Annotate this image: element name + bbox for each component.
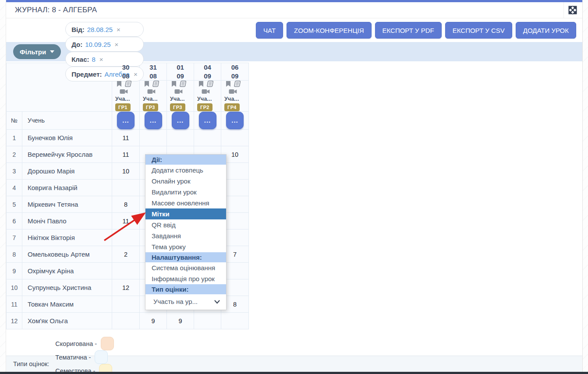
- group-badge: ГР3: [170, 103, 185, 111]
- grade-cell[interactable]: [221, 313, 249, 329]
- column-menu-button[interactable]: ...: [172, 112, 189, 129]
- grade-cell[interactable]: 8: [112, 196, 140, 213]
- grade-cell[interactable]: 10: [112, 163, 140, 180]
- grade-cell[interactable]: [221, 130, 249, 146]
- lesson-icons[interactable]: [116, 81, 132, 87]
- zoom-conference-button[interactable]: ZOOM-КОНФЕРЕНЦІЯ: [287, 22, 371, 39]
- student-number: 11: [7, 296, 22, 313]
- date-day: 31: [140, 63, 166, 72]
- menu-item[interactable]: Тема уроку: [145, 241, 226, 252]
- chevron-down-icon: [214, 300, 220, 304]
- date-column-header: 0409: [194, 63, 221, 81]
- legend-title: Типи оцінок:: [13, 360, 49, 367]
- video-lesson-icon[interactable]: [120, 88, 128, 95]
- grade-cell[interactable]: [112, 296, 140, 313]
- add-lesson-button[interactable]: ДОДАТИ УРОК: [516, 22, 576, 39]
- column-menu-button[interactable]: ...: [226, 112, 244, 129]
- expand-arrows-icon[interactable]: [567, 5, 578, 16]
- export-csv-button[interactable]: ЕКСПОРТ У CSV: [445, 22, 512, 39]
- menu-item[interactable]: Інформація про урок: [145, 273, 226, 284]
- chevron-down-icon: [214, 298, 220, 305]
- grade-cell[interactable]: [112, 229, 140, 246]
- menu-item[interactable]: Масове оновлення: [145, 198, 226, 208]
- date-column-header: 3108: [140, 63, 167, 81]
- grade-cell[interactable]: 11: [112, 213, 140, 229]
- lesson-icons[interactable]: [225, 81, 241, 87]
- column-menu-button[interactable]: ...: [117, 112, 135, 129]
- menu-item[interactable]: QR ввід: [145, 219, 226, 230]
- menu-item[interactable]: Система оцінювання: [145, 262, 226, 273]
- grade-type-select[interactable]: Участь на ур...: [145, 294, 226, 309]
- menu-item[interactable]: Додати стовпець: [145, 165, 226, 176]
- date-month: 08: [140, 72, 166, 81]
- export-pdf-button[interactable]: ЕКСПОРТ У PDF: [375, 22, 442, 39]
- student-number: 6: [7, 213, 22, 229]
- column-menu-cell: ...: [167, 112, 194, 130]
- remove-filter-icon[interactable]: ×: [134, 71, 138, 78]
- grade-cell[interactable]: 9: [167, 313, 194, 329]
- column-menu-button[interactable]: ...: [199, 112, 216, 129]
- page-title: ЖУРНАЛ: 8 - АЛГЕБРА: [15, 6, 97, 14]
- column-menu-button[interactable]: ...: [145, 112, 162, 129]
- grade-cell[interactable]: [112, 180, 140, 196]
- filter-value: 28.08.25: [87, 26, 113, 33]
- column-menu-cell: ...: [221, 112, 249, 130]
- grade-cell[interactable]: 9: [140, 313, 167, 329]
- filter-pill-from[interactable]: Від:28.08.25×: [65, 22, 144, 37]
- video-lesson-icon[interactable]: [147, 88, 156, 95]
- window-bottom-edge: [0, 372, 588, 374]
- grade-cell[interactable]: [194, 130, 221, 146]
- lesson-type-label: Уча...: [197, 96, 212, 102]
- bookmark-icon: [225, 81, 231, 87]
- student-number: 3: [7, 163, 22, 180]
- grade-cell[interactable]: [140, 130, 167, 146]
- remove-filter-icon[interactable]: ×: [99, 56, 103, 63]
- menu-item[interactable]: Завдання: [145, 230, 226, 241]
- video-camera-icon: [174, 88, 183, 95]
- grade-cell[interactable]: 11: [112, 130, 140, 146]
- video-lesson-icon[interactable]: [202, 88, 210, 95]
- titlebar: ЖУРНАЛ: 8 - АЛГЕБРА: [6, 2, 582, 18]
- video-lesson-icon[interactable]: [229, 88, 237, 95]
- student-name: Міркевич Тетяна: [22, 196, 112, 213]
- book-icon: [124, 81, 132, 87]
- remove-filter-icon[interactable]: ×: [117, 26, 120, 33]
- grade-cell[interactable]: 11: [112, 146, 140, 163]
- student-number: 7: [7, 229, 22, 246]
- filter-value: 8: [92, 56, 96, 63]
- grade-types-legend: Типи оцінок: Скоригована -Тематична -Сем…: [6, 356, 582, 372]
- grade-cell[interactable]: [194, 313, 221, 329]
- legend-color-swatch: [95, 350, 108, 364]
- remove-filter-icon[interactable]: ×: [115, 41, 119, 48]
- chat-button[interactable]: ЧАТ: [256, 22, 283, 39]
- legend-label: Тематична -: [55, 354, 91, 361]
- grade-cell[interactable]: [112, 263, 140, 279]
- grade-cell[interactable]: [167, 130, 194, 146]
- group-badge: ГР4: [224, 103, 240, 111]
- menu-item[interactable]: Онлайн урок: [145, 176, 226, 187]
- legend-label: Скоригована -: [55, 340, 97, 347]
- group-badge: ГР1: [115, 103, 131, 111]
- lesson-icons[interactable]: [144, 81, 159, 87]
- filter-pill-class[interactable]: Клас:8×: [65, 52, 144, 67]
- bookmark-icon: [144, 81, 150, 87]
- student-name: Нікітюк Вікторія: [22, 229, 112, 246]
- menu-item[interactable]: Видалити урок: [145, 187, 226, 198]
- grade-cell[interactable]: [112, 313, 140, 329]
- filters-toggle-button[interactable]: Фільтри: [13, 44, 61, 59]
- lesson-icons[interactable]: [171, 81, 187, 87]
- student-header: Учень: [22, 112, 112, 130]
- book-icon: [179, 81, 187, 87]
- student-name: Веремейчук Ярослав: [22, 146, 112, 163]
- grade-cell[interactable]: 12: [112, 279, 140, 296]
- filter-pill-subject[interactable]: Предмет:Алгебра×: [65, 67, 144, 81]
- lesson-icons[interactable]: [198, 81, 214, 87]
- filter-pill-to[interactable]: До:10.09.25×: [65, 37, 144, 52]
- student-name: Охрімчук Аріна: [22, 263, 112, 279]
- grade-cell[interactable]: 2: [112, 246, 140, 263]
- table-row: 1Бунечков Юлія11: [7, 130, 249, 146]
- video-lesson-icon[interactable]: [174, 88, 183, 95]
- menu-item[interactable]: Мітки: [145, 208, 226, 219]
- grade-type-selected-value: Участь на ур...: [153, 298, 198, 305]
- lesson-type-label: Уча...: [143, 96, 158, 102]
